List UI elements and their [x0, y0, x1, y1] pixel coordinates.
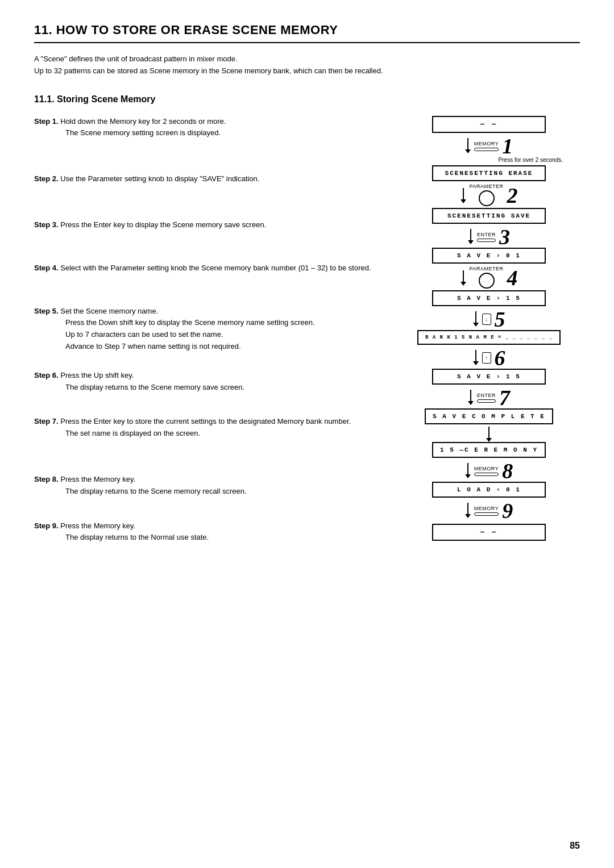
ceremony-display: 1 5 —C E R E M O N Y [432, 442, 546, 458]
page-number: 85 [570, 841, 580, 851]
press-note: Press for over 2 seconds. [398, 157, 580, 163]
top-dashes-display: — — [432, 116, 546, 133]
save-15-display: S A V E › 1 5 [432, 290, 546, 306]
enter-key-rect-7 [477, 399, 496, 403]
scene-save-display: SCENESETTING SAVE [432, 208, 546, 224]
flow-arrow-5 [473, 311, 479, 327]
memory-key-label-9: MEMORY [474, 506, 499, 511]
section-subtitle: 11.1. Storing Scene Memory [34, 94, 580, 105]
step-num-5: 5 [495, 308, 505, 330]
enter-key-rect-3 [477, 239, 496, 242]
save-15b-display: S A V E › 1 5 [432, 369, 546, 385]
step-num-7: 7 [499, 387, 510, 408]
page-title: 11. HOW TO STORE OR ERASE SCENE MEMORY [34, 23, 580, 43]
load-01-display: L O A D ‹ 0 1 [432, 482, 546, 498]
flow-arrow-8 [465, 463, 471, 478]
step-7: Step 7. Press the Enter key to store the… [34, 416, 381, 440]
step-1: Step 1. Hold down the Memory key for 2 s… [34, 116, 381, 140]
step-9: Step 9. Press the Memory key. The displa… [34, 520, 381, 544]
flow-arrow-1 [465, 138, 471, 153]
flow-arrow-7 [468, 390, 474, 405]
step-2: Step 2. Use the Parameter setting knob t… [34, 173, 381, 185]
parameter-knob-4 [479, 273, 495, 289]
parameter-label-4: PARAMETER [470, 266, 504, 272]
diagram-column: — — MEMORY 1 Press for over 2 seconds. S… [398, 116, 580, 557]
step-5: Step 5. Set the Scene memory name. Press… [34, 306, 381, 353]
memory-key-rect-9 [474, 512, 499, 516]
step-8: Step 8. Press the Memory key. The displa… [34, 474, 381, 498]
enter-label-3: ENTER [477, 232, 496, 237]
step-4: Step 4. Select with the Parameter settin… [34, 262, 381, 274]
step-6: Step 6. Press the Up shift key. The disp… [34, 370, 381, 394]
steps-column: Step 1. Hold down the Memory key for 2 s… [34, 116, 398, 557]
enter-label-7: ENTER [477, 393, 496, 398]
parameter-knob-2 [479, 190, 495, 206]
memory-key-label-8: MEMORY [474, 466, 499, 471]
step-num-2: 2 [507, 185, 517, 206]
flow-arrow-2 [460, 188, 466, 203]
step-num-3: 3 [499, 226, 510, 248]
step-num-1: 1 [502, 135, 513, 157]
up-shift-key: ↑ [482, 352, 491, 364]
bank-name-display: B A N K 1 5 N A M E = _ _ _ _ _ _ _ [417, 330, 561, 345]
step-num-4: 4 [507, 267, 517, 289]
memory-key-rect-8 [474, 473, 499, 476]
step-num-9: 9 [502, 500, 513, 521]
step-3: Step 3. Press the Enter key to display t… [34, 219, 381, 231]
intro-text: A "Scene" defines the unit of broadcast … [34, 53, 580, 77]
parameter-label-2: PARAMETER [470, 183, 504, 189]
step-num-8: 8 [502, 460, 513, 482]
memory-key-rect [474, 148, 499, 151]
memory-key-label: MEMORY [474, 141, 499, 147]
scene-erase-display: SCENESETTING ERASE [432, 165, 546, 181]
step-num-6: 6 [495, 347, 505, 369]
flow-arrow-7b [486, 427, 492, 442]
bottom-dashes-display: — — [432, 524, 546, 541]
flow-arrow-9 [465, 503, 471, 518]
flow-arrow-4 [460, 270, 466, 286]
save-complete-display: S A V E C O M P L E T E [425, 408, 553, 424]
flow-arrow-6 [473, 350, 479, 365]
flow-arrow-3 [468, 229, 474, 244]
save-01-display: S A V E › 0 1 [432, 248, 546, 264]
down-shift-key: ↓ [482, 314, 491, 325]
